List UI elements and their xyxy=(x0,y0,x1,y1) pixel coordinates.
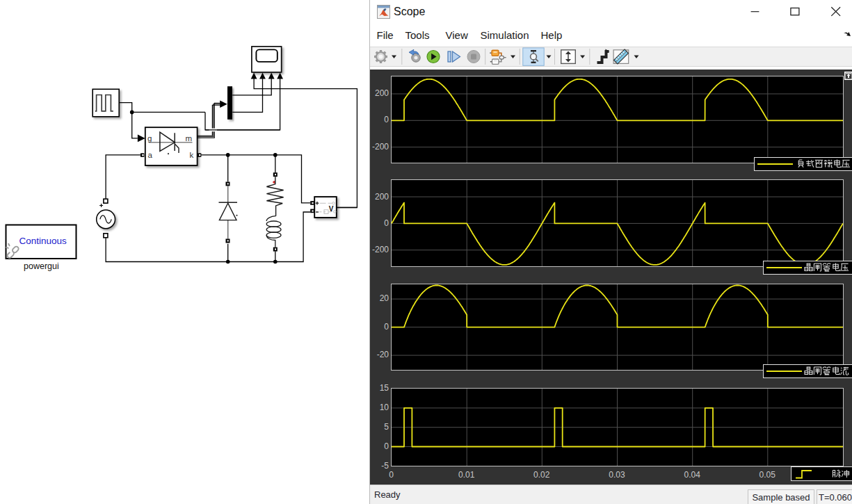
svg-text:m: m xyxy=(186,134,193,143)
svg-text:Continuous: Continuous xyxy=(19,236,67,246)
svg-text:powergui: powergui xyxy=(24,261,59,271)
svg-text:g: g xyxy=(147,134,152,143)
svg-text:k: k xyxy=(190,151,194,159)
svg-text:V: V xyxy=(329,205,334,213)
svg-text:a: a xyxy=(148,151,153,159)
